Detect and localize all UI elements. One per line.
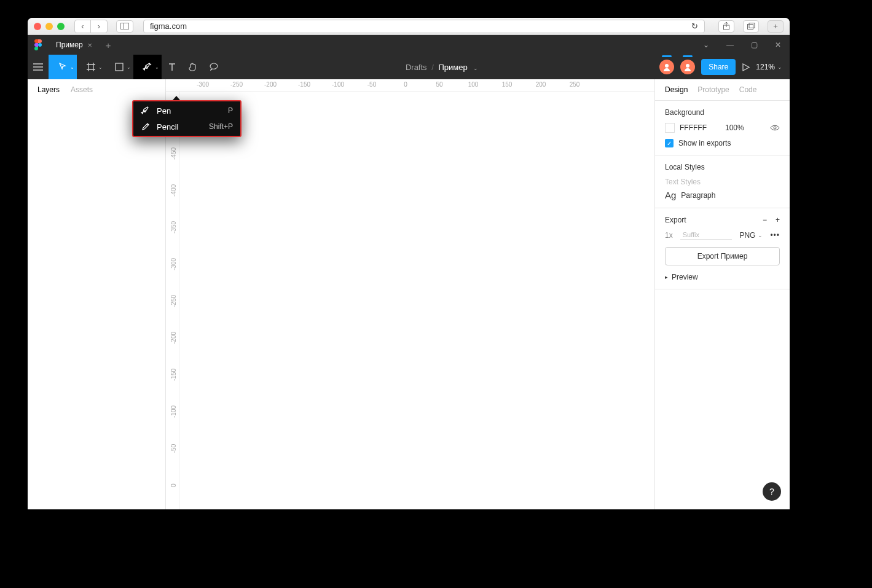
design-tab[interactable]: Design: [665, 85, 688, 94]
browser-back[interactable]: ‹: [75, 20, 91, 33]
export-more-icon[interactable]: •••: [770, 231, 780, 240]
win-close-icon[interactable]: ✕: [775, 41, 781, 49]
svg-point-9: [686, 64, 689, 68]
avatar-1[interactable]: [659, 60, 674, 74]
vertical-ruler: -500 -450 -400 -350 -300 -250 -200 -150 …: [166, 92, 179, 509]
canvas[interactable]: -300 -250 -200 -150 -100 -50 0 50 100 15…: [166, 79, 654, 509]
browser-new-tab[interactable]: +: [768, 20, 784, 33]
show-in-exports-label: Show in exports: [678, 139, 731, 147]
text-styles-label: Text Styles: [665, 178, 780, 186]
pen-tool[interactable]: ⌄: [133, 55, 162, 79]
export-suffix-input[interactable]: Suffix: [680, 230, 733, 240]
traffic-close[interactable]: [34, 23, 41, 30]
export-scale[interactable]: 1x: [665, 231, 673, 240]
browser-url-bar[interactable]: figma.com ↻: [143, 20, 705, 33]
browser-share-icon[interactable]: [718, 20, 734, 33]
traffic-zoom[interactable]: [57, 23, 65, 30]
paragraph-label: Paragraph: [681, 191, 715, 200]
browser-url-text: figma.com: [150, 22, 187, 31]
background-title: Background: [665, 108, 780, 117]
dropdown-item-pen[interactable]: Pen P: [133, 103, 240, 119]
figma-toolbar: ⌄ ⌄ ⌄ ⌄ Drafts: [28, 55, 790, 79]
zoom-control[interactable]: 121% ⌄: [756, 63, 782, 71]
file-tab[interactable]: Пример ×: [49, 35, 100, 55]
export-remove-icon[interactable]: −: [763, 216, 767, 224]
zoom-value: 121%: [756, 63, 775, 71]
pen-icon: [141, 106, 151, 116]
export-title: Export: [665, 216, 686, 224]
pencil-icon: [141, 122, 151, 131]
paragraph-style-row[interactable]: Ag Paragraph: [665, 190, 780, 200]
help-button[interactable]: ?: [763, 482, 781, 501]
move-tool[interactable]: ⌄: [49, 55, 77, 79]
comment-tool[interactable]: [203, 55, 224, 79]
avatar-2[interactable]: [680, 60, 695, 74]
export-preview-toggle[interactable]: ▸ Preview: [665, 273, 780, 281]
export-button[interactable]: Export Пример: [665, 247, 780, 265]
share-button[interactable]: Share: [701, 59, 736, 75]
figma-tabbar: Пример × + ⌄ — ▢ ✕: [28, 35, 790, 55]
browser-reload-icon[interactable]: ↻: [691, 22, 698, 31]
svg-rect-0: [121, 23, 129, 29]
win-maximize-icon[interactable]: ▢: [751, 41, 758, 49]
hand-tool[interactable]: [183, 55, 203, 79]
text-tool[interactable]: [162, 55, 183, 79]
traffic-minimize[interactable]: [45, 23, 53, 30]
filename-label: Пример: [438, 63, 467, 72]
right-panel: Design Prototype Code Background FFFFFF …: [654, 79, 790, 509]
ag-icon: Ag: [665, 190, 676, 200]
win-chevron-down-icon[interactable]: ⌄: [703, 41, 709, 49]
chevron-down-icon: ⌄: [777, 64, 782, 70]
drafts-label: Drafts: [406, 63, 427, 72]
show-in-exports-checkbox[interactable]: ✓: [665, 139, 674, 147]
main-menu-button[interactable]: [28, 55, 49, 79]
chevron-down-icon: ⌄: [473, 65, 478, 71]
browser-chrome: ‹ › figma.com ↻ +: [28, 18, 790, 35]
export-add-icon[interactable]: +: [776, 216, 780, 224]
assets-tab[interactable]: Assets: [71, 85, 93, 94]
background-hex[interactable]: FFFFFF: [680, 123, 707, 132]
present-button[interactable]: [742, 63, 750, 71]
pen-tool-dropdown: Pen P Pencil Shift+P: [132, 100, 242, 137]
browser-tabs-icon[interactable]: [743, 20, 759, 33]
code-tab[interactable]: Code: [739, 85, 757, 94]
svg-rect-4: [749, 23, 755, 28]
document-title[interactable]: Drafts / Пример ⌄: [224, 63, 659, 72]
svg-point-5: [38, 43, 42, 47]
dropdown-item-pencil[interactable]: Pencil Shift+P: [133, 119, 240, 135]
frame-tool[interactable]: ⌄: [77, 55, 105, 79]
visibility-icon[interactable]: [770, 124, 780, 131]
triangle-right-icon: ▸: [665, 274, 668, 280]
new-tab-button[interactable]: +: [100, 40, 117, 50]
browser-sidebar-toggle[interactable]: [116, 20, 133, 33]
layers-tab[interactable]: Layers: [37, 85, 60, 94]
left-panel: Layers Assets: [28, 79, 166, 509]
shape-tool[interactable]: ⌄: [105, 55, 133, 79]
file-tab-name: Пример: [56, 41, 83, 49]
win-minimize-icon[interactable]: —: [726, 41, 734, 49]
prototype-tab[interactable]: Prototype: [697, 85, 729, 94]
svg-point-10: [774, 127, 776, 129]
svg-rect-6: [116, 63, 123, 71]
browser-forward[interactable]: ›: [91, 20, 107, 33]
file-tab-close-icon[interactable]: ×: [88, 41, 93, 50]
background-opacity[interactable]: 100%: [725, 123, 744, 132]
export-format-select[interactable]: PNG ⌄: [739, 231, 763, 240]
svg-point-8: [665, 64, 669, 68]
local-styles-title: Local Styles: [665, 163, 780, 171]
svg-rect-3: [747, 25, 753, 29]
background-swatch[interactable]: [665, 123, 675, 133]
figma-logo-icon[interactable]: [28, 39, 49, 50]
horizontal-ruler: -300 -250 -200 -150 -100 -50 0 50 100 15…: [166, 79, 654, 92]
